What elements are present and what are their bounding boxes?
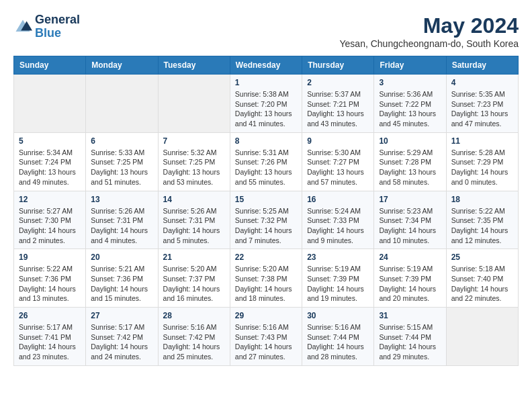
weekday-header-saturday: Saturday — [446, 56, 518, 75]
day-detail: Sunrise: 5:16 AMSunset: 7:44 PMDaylight:… — [307, 322, 369, 362]
calendar-cell: 6Sunrise: 5:33 AMSunset: 7:25 PMDaylight… — [86, 132, 158, 191]
calendar-cell: 2Sunrise: 5:37 AMSunset: 7:21 PMDaylight… — [302, 75, 374, 133]
day-detail: Sunrise: 5:34 AMSunset: 7:24 PMDaylight:… — [19, 148, 81, 187]
logo-icon — [13, 17, 32, 36]
calendar-cell — [14, 75, 86, 133]
calendar-cell: 28Sunrise: 5:16 AMSunset: 7:42 PMDayligh… — [158, 308, 230, 366]
month-year-title: May 2024 — [340, 13, 519, 38]
calendar-cell: 26Sunrise: 5:17 AMSunset: 7:41 PMDayligh… — [14, 308, 86, 366]
calendar-cell: 21Sunrise: 5:20 AMSunset: 7:37 PMDayligh… — [158, 249, 230, 308]
day-detail: Sunrise: 5:25 AMSunset: 7:32 PMDaylight:… — [235, 206, 297, 246]
day-detail: Sunrise: 5:24 AMSunset: 7:33 PMDaylight:… — [307, 206, 369, 246]
day-number: 15 — [235, 195, 297, 204]
day-number: 3 — [379, 78, 441, 87]
day-number: 16 — [307, 195, 369, 204]
day-number: 1 — [235, 78, 297, 87]
day-number: 12 — [19, 195, 81, 204]
calendar-cell: 31Sunrise: 5:15 AMSunset: 7:44 PMDayligh… — [374, 308, 446, 366]
day-number: 9 — [307, 136, 369, 146]
calendar-table: SundayMondayTuesdayWednesdayThursdayFrid… — [13, 56, 519, 366]
calendar-cell: 8Sunrise: 5:31 AMSunset: 7:26 PMDaylight… — [230, 132, 302, 191]
day-number: 31 — [379, 311, 441, 320]
day-detail: Sunrise: 5:27 AMSunset: 7:30 PMDaylight:… — [19, 206, 81, 246]
day-detail: Sunrise: 5:22 AMSunset: 7:35 PMDaylight:… — [451, 206, 513, 246]
calendar-cell: 10Sunrise: 5:29 AMSunset: 7:28 PMDayligh… — [374, 132, 446, 191]
day-number: 18 — [451, 195, 513, 204]
calendar-week-row: 5Sunrise: 5:34 AMSunset: 7:24 PMDaylight… — [14, 132, 519, 191]
weekday-header-wednesday: Wednesday — [230, 56, 302, 75]
calendar-cell: 19Sunrise: 5:22 AMSunset: 7:36 PMDayligh… — [14, 249, 86, 308]
day-detail: Sunrise: 5:19 AMSunset: 7:39 PMDaylight:… — [379, 264, 441, 304]
calendar-week-row: 1Sunrise: 5:38 AMSunset: 7:20 PMDaylight… — [14, 75, 519, 133]
calendar-cell: 12Sunrise: 5:27 AMSunset: 7:30 PMDayligh… — [14, 191, 86, 249]
calendar-cell: 20Sunrise: 5:21 AMSunset: 7:36 PMDayligh… — [86, 249, 158, 308]
calendar-cell: 3Sunrise: 5:36 AMSunset: 7:22 PMDaylight… — [374, 75, 446, 133]
calendar-week-row: 19Sunrise: 5:22 AMSunset: 7:36 PMDayligh… — [14, 249, 519, 308]
day-detail: Sunrise: 5:33 AMSunset: 7:25 PMDaylight:… — [91, 148, 152, 187]
calendar-week-row: 12Sunrise: 5:27 AMSunset: 7:30 PMDayligh… — [14, 191, 519, 249]
day-detail: Sunrise: 5:32 AMSunset: 7:25 PMDaylight:… — [163, 148, 225, 187]
calendar-cell — [86, 75, 158, 133]
day-detail: Sunrise: 5:37 AMSunset: 7:21 PMDaylight:… — [307, 89, 369, 129]
day-number: 5 — [19, 136, 81, 146]
weekday-header-sunday: Sunday — [14, 56, 86, 75]
calendar-cell: 22Sunrise: 5:20 AMSunset: 7:38 PMDayligh… — [230, 249, 302, 308]
day-number: 11 — [451, 136, 513, 146]
weekday-header-friday: Friday — [374, 56, 446, 75]
weekday-header-tuesday: Tuesday — [158, 56, 230, 75]
day-number: 27 — [91, 311, 152, 320]
day-number: 7 — [163, 136, 225, 146]
calendar-cell: 5Sunrise: 5:34 AMSunset: 7:24 PMDaylight… — [14, 132, 86, 191]
day-detail: Sunrise: 5:29 AMSunset: 7:28 PMDaylight:… — [379, 148, 441, 187]
day-number: 14 — [163, 195, 225, 204]
calendar-cell: 17Sunrise: 5:23 AMSunset: 7:34 PMDayligh… — [374, 191, 446, 249]
calendar-cell — [446, 308, 518, 366]
day-detail: Sunrise: 5:26 AMSunset: 7:31 PMDaylight:… — [163, 206, 225, 246]
calendar-cell: 4Sunrise: 5:35 AMSunset: 7:23 PMDaylight… — [446, 75, 518, 133]
day-number: 28 — [163, 311, 225, 320]
page-header: General Blue May 2024 Yesan, Chungcheong… — [13, 13, 519, 49]
calendar-cell — [158, 75, 230, 133]
calendar-cell: 16Sunrise: 5:24 AMSunset: 7:33 PMDayligh… — [302, 191, 374, 249]
day-number: 26 — [19, 311, 81, 320]
day-number: 21 — [163, 253, 225, 262]
day-detail: Sunrise: 5:17 AMSunset: 7:41 PMDaylight:… — [19, 322, 81, 362]
day-number: 24 — [379, 253, 441, 262]
day-detail: Sunrise: 5:18 AMSunset: 7:40 PMDaylight:… — [451, 264, 513, 304]
day-number: 22 — [235, 253, 297, 262]
calendar-cell: 23Sunrise: 5:19 AMSunset: 7:39 PMDayligh… — [302, 249, 374, 308]
day-number: 25 — [451, 253, 513, 262]
calendar-cell: 14Sunrise: 5:26 AMSunset: 7:31 PMDayligh… — [158, 191, 230, 249]
day-detail: Sunrise: 5:38 AMSunset: 7:20 PMDaylight:… — [235, 89, 297, 129]
calendar-cell: 7Sunrise: 5:32 AMSunset: 7:25 PMDaylight… — [158, 132, 230, 191]
day-number: 6 — [91, 136, 152, 146]
location-subtitle: Yesan, Chungcheongnam-do, South Korea — [340, 38, 519, 49]
calendar-cell: 18Sunrise: 5:22 AMSunset: 7:35 PMDayligh… — [446, 191, 518, 249]
day-number: 29 — [235, 311, 297, 320]
calendar-cell: 9Sunrise: 5:30 AMSunset: 7:27 PMDaylight… — [302, 132, 374, 191]
day-detail: Sunrise: 5:20 AMSunset: 7:38 PMDaylight:… — [235, 264, 297, 304]
logo-text: General Blue — [35, 13, 80, 40]
calendar-cell: 29Sunrise: 5:16 AMSunset: 7:43 PMDayligh… — [230, 308, 302, 366]
calendar-cell: 24Sunrise: 5:19 AMSunset: 7:39 PMDayligh… — [374, 249, 446, 308]
day-detail: Sunrise: 5:23 AMSunset: 7:34 PMDaylight:… — [379, 206, 441, 246]
day-number: 10 — [379, 136, 441, 146]
day-detail: Sunrise: 5:17 AMSunset: 7:42 PMDaylight:… — [91, 322, 152, 362]
calendar-cell: 25Sunrise: 5:18 AMSunset: 7:40 PMDayligh… — [446, 249, 518, 308]
day-number: 23 — [307, 253, 369, 262]
day-number: 2 — [307, 78, 369, 87]
calendar-week-row: 26Sunrise: 5:17 AMSunset: 7:41 PMDayligh… — [14, 308, 519, 366]
calendar-cell: 13Sunrise: 5:26 AMSunset: 7:31 PMDayligh… — [86, 191, 158, 249]
day-detail: Sunrise: 5:28 AMSunset: 7:29 PMDaylight:… — [451, 148, 513, 187]
day-number: 8 — [235, 136, 297, 146]
day-number: 19 — [19, 253, 81, 262]
title-block: May 2024 Yesan, Chungcheongnam-do, South… — [340, 13, 519, 49]
weekday-header-row: SundayMondayTuesdayWednesdayThursdayFrid… — [14, 56, 519, 75]
day-detail: Sunrise: 5:31 AMSunset: 7:26 PMDaylight:… — [235, 148, 297, 187]
calendar-cell: 27Sunrise: 5:17 AMSunset: 7:42 PMDayligh… — [86, 308, 158, 366]
calendar-cell: 30Sunrise: 5:16 AMSunset: 7:44 PMDayligh… — [302, 308, 374, 366]
calendar-cell: 11Sunrise: 5:28 AMSunset: 7:29 PMDayligh… — [446, 132, 518, 191]
day-detail: Sunrise: 5:21 AMSunset: 7:36 PMDaylight:… — [91, 264, 152, 304]
calendar-cell: 1Sunrise: 5:38 AMSunset: 7:20 PMDaylight… — [230, 75, 302, 133]
day-detail: Sunrise: 5:16 AMSunset: 7:42 PMDaylight:… — [163, 322, 225, 362]
